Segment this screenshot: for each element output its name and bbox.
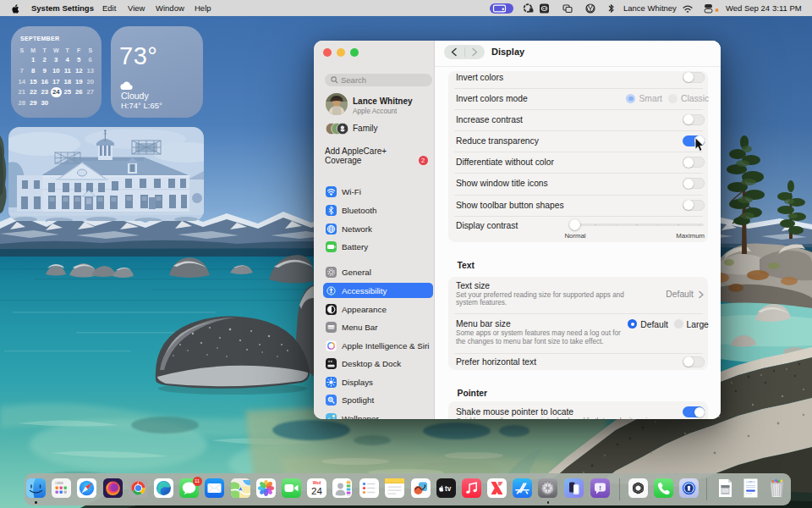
- svg-text:!: !: [599, 484, 601, 492]
- svg-text:Wed: Wed: [313, 481, 321, 485]
- svg-text:24: 24: [311, 486, 322, 496]
- svg-text:tv: tv: [445, 485, 452, 493]
